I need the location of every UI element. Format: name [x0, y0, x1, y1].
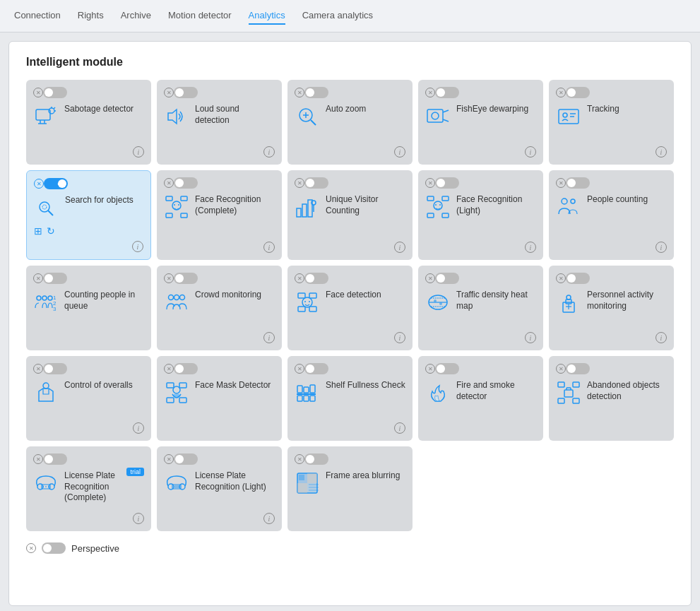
toggle-face-recognition-complete[interactable] [174, 177, 198, 189]
info-btn-unique-visitor-counting[interactable]: i [394, 242, 405, 253]
toggle-face-recognition-light[interactable] [435, 177, 459, 189]
toggle-x-face-recognition-complete[interactable]: ✕ [164, 178, 174, 188]
toggle-auto-zoom[interactable] [304, 87, 328, 98]
toggle-x-tracking[interactable]: ✕ [556, 88, 566, 97]
info-btn-personnel-activity-monitoring[interactable]: i [655, 332, 667, 343]
card-personnel-activity-monitoring[interactable]: ✕ Personnel activity monitoringi [549, 266, 674, 350]
toggle-x-traffic-density-heat-map[interactable]: ✕ [425, 273, 435, 283]
toggle-x-face-detection[interactable]: ✕ [295, 273, 304, 283]
card-face-recognition-light[interactable]: ✕ Face Recognition (Light)i [418, 170, 543, 260]
svg-rect-80 [297, 386, 302, 393]
toggle-crowd-monitoring[interactable] [174, 273, 198, 284]
card-auto-zoom[interactable]: ✕ Auto zoomi [287, 80, 413, 165]
card-face-recognition-complete[interactable]: ✕ Face Recognition (Complete)i [157, 170, 282, 260]
toggle-frame-area-blurring[interactable] [304, 453, 328, 465]
info-btn-shelf-fullness-check[interactable]: i [394, 422, 405, 434]
toggle-tracking[interactable] [566, 87, 590, 98]
info-btn-fisheye-dewarping[interactable]: i [525, 146, 536, 158]
toggle-x-auto-zoom[interactable]: ✕ [295, 88, 304, 97]
card-search-for-objects[interactable]: ✕✓ Search for objects ⊞ ↻ i [26, 170, 151, 260]
toggle-sabotage-detector[interactable] [43, 87, 67, 98]
info-btn-license-plate-light[interactable]: i [263, 513, 275, 524]
perspective-toggle-x[interactable]: ✕ [26, 543, 36, 553]
info-btn-sabotage-detector[interactable]: i [133, 146, 144, 158]
nav-item-camera-analytics[interactable]: Camera analytics [302, 7, 373, 25]
info-btn-crowd-monitoring[interactable]: i [263, 332, 275, 343]
card-people-counting[interactable]: ✕ People countingi [549, 170, 674, 260]
card-traffic-density-heat-map[interactable]: ✕ Traffic density heat mapi [418, 266, 543, 350]
card-abandoned-objects-detection[interactable]: ✕ Abandoned objects detection [549, 356, 674, 441]
card-tracking[interactable]: ✕ Trackingi [549, 80, 674, 165]
card-control-of-overalls[interactable]: ✕ Control of overallsi [26, 356, 151, 441]
perspective-toggle[interactable] [42, 542, 66, 554]
toggle-x-license-plate-light[interactable]: ✕ [164, 454, 174, 464]
refresh-icon[interactable]: ↻ [47, 225, 55, 237]
toggle-x-people-counting[interactable]: ✕ [556, 178, 566, 188]
toggle-x-shelf-fullness-check[interactable]: ✕ [295, 364, 304, 374]
toggle-x-search-for-objects[interactable]: ✕ [34, 179, 44, 189]
info-btn-face-recognition-light[interactable]: i [525, 242, 536, 253]
svg-rect-68 [566, 299, 571, 304]
card-face-mask-detector[interactable]: ✕ Face Mask Detector [157, 356, 282, 441]
toggle-x-control-of-overalls[interactable]: ✕ [33, 364, 43, 374]
card-fisheye-dewarping[interactable]: ✕ FishEye dewarpingi [418, 80, 543, 165]
toggle-x-face-recognition-light[interactable]: ✕ [425, 178, 435, 188]
toggle-x-unique-visitor-counting[interactable]: ✕ [295, 178, 304, 188]
card-sabotage-detector[interactable]: ✕ Sabotage detectori [26, 80, 151, 165]
toggle-x-frame-area-blurring[interactable]: ✕ [295, 454, 304, 464]
info-btn-tracking[interactable]: i [655, 146, 667, 158]
filter-icon[interactable]: ⊞ [34, 225, 42, 237]
toggle-x-fire-and-smoke-detector[interactable]: ✕ [425, 364, 435, 374]
toggle-face-detection[interactable] [304, 273, 328, 284]
card-face-detection[interactable]: ✕ Face detectioni [287, 266, 413, 350]
card-unique-visitor-counting[interactable]: ✕ Unique Visitor Countingi [287, 170, 413, 260]
toggle-license-plate-light[interactable] [174, 453, 198, 465]
card-loud-sound-detection[interactable]: ✕ Loud sound detectioni [157, 80, 282, 165]
nav-item-rights[interactable]: Rights [78, 7, 104, 25]
card-shelf-fullness-check[interactable]: ✕ Shelf Fullness Checki [287, 356, 413, 441]
info-btn-search-for-objects[interactable]: i [132, 241, 143, 252]
toggle-x-face-mask-detector[interactable]: ✕ [164, 364, 174, 374]
info-btn-face-recognition-complete[interactable]: i [263, 242, 275, 253]
info-btn-control-of-overalls[interactable]: i [133, 422, 144, 434]
card-fire-and-smoke-detector[interactable]: ✕ Fire and smoke detector [418, 356, 543, 441]
nav-item-archive[interactable]: Archive [121, 7, 151, 25]
toggle-x-personnel-activity-monitoring[interactable]: ✕ [556, 273, 566, 283]
nav-item-connection[interactable]: Connection [14, 7, 61, 25]
toggle-x-license-plate-complete[interactable]: ✕ [33, 454, 43, 464]
card-license-plate-complete[interactable]: trial✕ License Plate Recognition (Comple… [26, 446, 151, 531]
toggle-counting-people-queue[interactable] [43, 273, 67, 284]
toggle-unique-visitor-counting[interactable] [304, 177, 328, 189]
toggle-x-sabotage-detector[interactable]: ✕ [33, 88, 43, 97]
toggle-people-counting[interactable] [566, 177, 590, 189]
toggle-personnel-activity-monitoring[interactable] [566, 273, 590, 284]
toggle-traffic-density-heat-map[interactable] [435, 273, 459, 284]
toggle-face-mask-detector[interactable] [174, 363, 198, 374]
nav-item-analytics[interactable]: Analytics [249, 7, 285, 25]
toggle-x-abandoned-objects-detection[interactable]: ✕ [556, 364, 566, 374]
card-frame-area-blurring[interactable]: ✕ Frame area blurring [287, 446, 413, 531]
info-btn-traffic-density-heat-map[interactable]: i [525, 332, 536, 343]
toggle-control-of-overalls[interactable] [43, 363, 67, 374]
card-crowd-monitoring[interactable]: ✕ Crowd monitoringi [157, 266, 282, 350]
info-btn-people-counting[interactable]: i [655, 242, 667, 253]
info-btn-loud-sound-detection[interactable]: i [263, 146, 275, 158]
card-license-plate-light[interactable]: ✕ License Plate Recognition (Light)i [157, 446, 282, 531]
toggle-license-plate-complete[interactable] [43, 453, 67, 465]
toggle-fisheye-dewarping[interactable] [435, 87, 459, 98]
toggle-fire-and-smoke-detector[interactable] [435, 363, 459, 374]
toggle-x-crowd-monitoring[interactable]: ✕ [164, 273, 174, 283]
toggle-search-for-objects[interactable]: ✓ [44, 178, 68, 189]
info-btn-license-plate-complete[interactable]: i [133, 513, 144, 524]
toggle-x-fisheye-dewarping[interactable]: ✕ [425, 88, 435, 97]
toggle-x-loud-sound-detection[interactable]: ✕ [164, 88, 174, 97]
svg-point-18 [563, 113, 567, 117]
toggle-abandoned-objects-detection[interactable] [566, 363, 590, 374]
toggle-loud-sound-detection[interactable] [174, 87, 198, 98]
toggle-x-counting-people-queue[interactable]: ✕ [33, 273, 43, 283]
toggle-shelf-fullness-check[interactable] [304, 363, 328, 374]
info-btn-face-detection[interactable]: i [394, 332, 405, 343]
info-btn-auto-zoom[interactable]: i [394, 146, 405, 158]
nav-item-motion-detector[interactable]: Motion detector [168, 7, 232, 25]
card-counting-people-queue[interactable]: ✕ 1 2 3 Counting people in queue [26, 266, 151, 350]
